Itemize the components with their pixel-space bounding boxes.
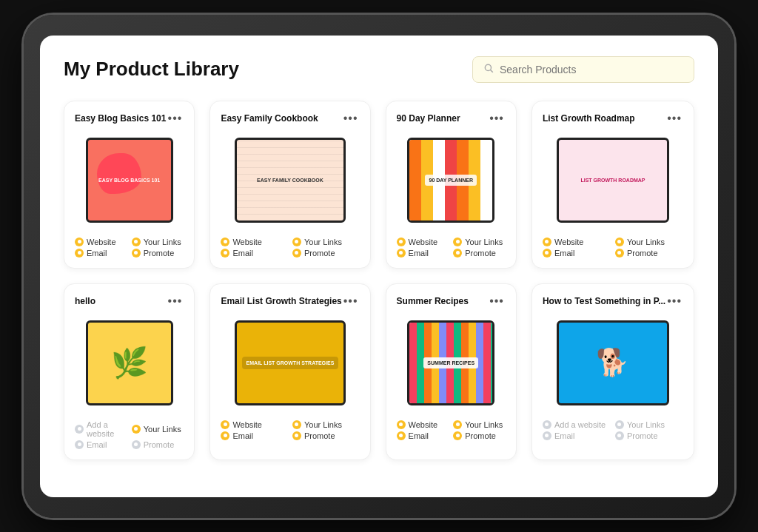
link-label: Promote — [304, 431, 335, 440]
link-item[interactable]: Email — [221, 249, 288, 257]
link-item[interactable]: Email — [543, 249, 611, 257]
link-item[interactable]: Promote — [615, 249, 683, 257]
product-card: hello•••🌿Add a websiteYour LinksEmailPro… — [64, 283, 195, 460]
link-item[interactable]: Promote — [292, 431, 360, 440]
link-dot — [75, 440, 84, 449]
link-label: Promote — [465, 249, 496, 257]
link-item[interactable]: Promote — [132, 249, 184, 257]
link-item[interactable]: Promote — [292, 249, 360, 257]
link-item[interactable]: Email — [397, 431, 449, 440]
product-card: 90 Day Planner•••90 DAY PLANNERWebsiteYo… — [386, 101, 517, 269]
link-item[interactable]: Website — [397, 238, 449, 246]
search-input[interactable] — [500, 64, 683, 75]
link-item[interactable]: Email — [75, 249, 127, 257]
svg-point-0 — [485, 64, 491, 70]
link-label: Promote — [304, 249, 335, 257]
product-cover-image: EASY FAMILY COOKBOOK — [221, 132, 359, 229]
card-menu-dots[interactable]: ••• — [167, 112, 184, 125]
product-cover-image: 🐕 — [543, 315, 683, 411]
link-item[interactable]: Your Links — [615, 238, 683, 246]
link-label: Email — [87, 249, 107, 257]
link-label: Email — [87, 440, 107, 449]
link-dot — [543, 238, 551, 246]
page-title: My Product Library — [64, 58, 239, 81]
link-label: Website — [554, 238, 584, 246]
card-links: WebsiteYour LinksEmailPromote — [397, 420, 506, 440]
link-item[interactable]: Promote — [615, 431, 683, 440]
link-item[interactable]: Add a website — [75, 420, 127, 438]
link-label: Website — [87, 238, 116, 246]
product-card: Easy Blog Basics 101•••EASY BLOG BASICS … — [64, 101, 195, 269]
link-dot — [543, 431, 551, 440]
link-item[interactable]: Email — [543, 431, 611, 440]
link-item[interactable]: Promote — [453, 431, 506, 440]
link-dot — [221, 238, 229, 246]
card-menu-dots[interactable]: ••• — [342, 294, 360, 308]
product-cover-image: SUMMER RECIPES — [397, 315, 506, 411]
link-label: Your Links — [465, 238, 503, 246]
link-label: Your Links — [144, 425, 181, 434]
tablet-screen: My Product Library Easy Blog Basics 101•… — [40, 36, 718, 497]
card-menu-dots[interactable]: ••• — [665, 112, 683, 125]
link-label: Website — [232, 238, 262, 246]
link-item[interactable]: Website — [221, 238, 288, 246]
product-title: hello — [75, 296, 167, 306]
link-label: Email — [554, 249, 575, 257]
link-dot — [453, 431, 462, 440]
link-item[interactable]: Your Links — [453, 238, 506, 246]
link-item[interactable]: Your Links — [132, 420, 184, 438]
link-label: Website — [232, 420, 262, 429]
card-menu-dots[interactable]: ••• — [342, 112, 360, 125]
link-dot — [132, 425, 141, 434]
card-links: WebsiteYour LinksEmailPromote — [397, 238, 506, 257]
link-dot — [75, 238, 84, 246]
link-label: Website — [409, 420, 438, 429]
link-item[interactable]: Website — [397, 420, 449, 429]
link-dot — [397, 238, 406, 246]
link-item[interactable]: Email — [221, 431, 288, 440]
link-item[interactable]: Your Links — [292, 238, 360, 246]
link-item[interactable]: Your Links — [292, 420, 360, 429]
link-item[interactable]: Email — [397, 249, 449, 257]
link-item[interactable]: Email — [75, 440, 127, 449]
link-label: Promote — [627, 431, 658, 440]
link-item[interactable]: Add a website — [543, 420, 611, 429]
link-label: Your Links — [627, 238, 665, 246]
link-item[interactable]: Website — [221, 420, 288, 429]
svg-line-1 — [491, 70, 493, 72]
product-card: Easy Family Cookbook•••EASY FAMILY COOKB… — [209, 101, 370, 269]
product-card: List Growth Roadmap•••LIST GROWTH ROADMA… — [531, 101, 694, 269]
link-dot — [397, 249, 406, 257]
link-item[interactable]: Promote — [453, 249, 506, 257]
link-label: Email — [409, 249, 429, 257]
link-dot — [221, 420, 229, 429]
link-item[interactable]: Promote — [132, 440, 184, 449]
link-dot — [453, 238, 462, 246]
link-dot — [397, 420, 406, 429]
link-label: Your Links — [144, 238, 181, 246]
link-dot — [615, 431, 624, 440]
product-title: Easy Family Cookbook — [221, 113, 341, 124]
link-label: Your Links — [304, 420, 342, 429]
link-dot — [397, 431, 406, 440]
link-item[interactable]: Your Links — [453, 420, 506, 429]
link-dot — [615, 238, 624, 246]
link-item[interactable]: Website — [75, 238, 127, 246]
app-content: My Product Library Easy Blog Basics 101•… — [40, 36, 718, 497]
product-cover-image: 90 DAY PLANNER — [397, 132, 506, 229]
link-item[interactable]: Your Links — [132, 238, 184, 246]
link-item[interactable]: Website — [543, 238, 611, 246]
card-menu-dots[interactable]: ••• — [488, 294, 506, 308]
card-menu-dots[interactable]: ••• — [167, 294, 184, 308]
card-menu-dots[interactable]: ••• — [665, 294, 683, 308]
link-label: Promote — [144, 249, 175, 257]
product-card: How to Test Something in P...•••🐕Add a w… — [531, 283, 694, 460]
link-dot — [221, 431, 229, 440]
product-title: List Growth Roadmap — [543, 113, 665, 124]
link-dot — [132, 440, 141, 449]
header-row: My Product Library — [64, 56, 694, 83]
search-box[interactable] — [472, 56, 694, 83]
link-label: Add a website — [87, 420, 127, 438]
card-menu-dots[interactable]: ••• — [488, 112, 506, 125]
link-item[interactable]: Your Links — [615, 420, 683, 429]
